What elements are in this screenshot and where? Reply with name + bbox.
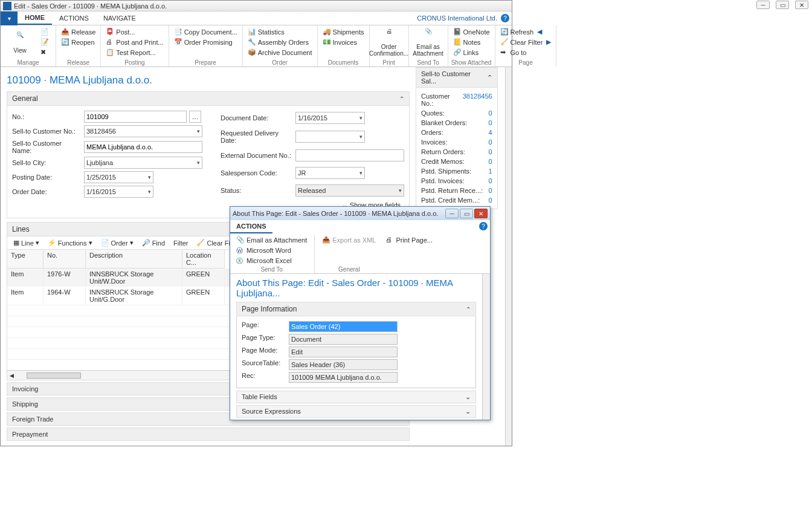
no-field[interactable] [84, 111, 187, 123]
no-lookup-button[interactable]: … [189, 111, 201, 123]
external-document-no-field[interactable] [295, 149, 404, 161]
delete-button[interactable]: ✖ [38, 47, 53, 57]
notes-icon: 📒 [453, 38, 462, 47]
links-button[interactable]: 🔗Links [451, 47, 492, 57]
refresh-icon: 🔄 [500, 28, 509, 36]
post-button[interactable]: 📮Post... [103, 27, 166, 37]
col-location[interactable]: Location C... [182, 250, 225, 269]
factbox-value[interactable]: 0 [489, 119, 492, 126]
reopen-button[interactable]: 🔄Reopen [59, 37, 98, 47]
dlg-source-expressions-tab[interactable]: Source Expressions⌄ [236, 405, 476, 418]
release-icon: 📤 [61, 28, 69, 36]
company-link[interactable]: CRONUS International Ltd. [417, 15, 497, 22]
factbox-value[interactable]: 1 [489, 168, 492, 175]
requested-delivery-date-field[interactable]: ▾ [295, 131, 365, 143]
fasttab-prepayment[interactable]: Prepayment [7, 428, 410, 441]
dlg-word-button[interactable]: ⓌMicrosoft Word [234, 245, 309, 255]
dialog-tab-actions[interactable]: ACTIONS [230, 220, 272, 233]
status-field[interactable]: Released▾ [295, 184, 404, 197]
prev-icon[interactable]: ◀ [537, 28, 542, 36]
clear-filter-button[interactable]: 🧹Clear Filter ▶ [498, 37, 554, 47]
factbox-value[interactable]: 0 [489, 177, 492, 184]
factbox-value[interactable]: 0 [489, 187, 492, 194]
factbox-value[interactable]: 0 [489, 109, 492, 117]
dlg-rec-field[interactable]: 101009 MEMA Ljubljana d.o.o. [289, 372, 398, 383]
lines-find-button[interactable]: 🔎Find [140, 239, 167, 247]
dlg-email-button[interactable]: 📎Email as Attachment [234, 235, 309, 245]
factbox-value[interactable]: 0 [489, 138, 492, 146]
order-promising-button[interactable]: 📅Order Promising [172, 37, 240, 47]
statistics-button[interactable]: 📊Statistics [245, 27, 315, 37]
edit-button[interactable]: 📝 [38, 37, 53, 47]
dialog-maximize-button[interactable]: ▭ [460, 209, 473, 218]
document-date-field[interactable]: 1/16/2015▾ [295, 112, 365, 124]
sellto-city-field[interactable]: Ljubljana▾ [84, 157, 202, 169]
salesperson-code-field[interactable]: JR▾ [295, 167, 365, 179]
onenote-button[interactable]: 📓OneNote [451, 27, 492, 37]
lines-order-menu[interactable]: 📄Order ▾ [98, 239, 136, 247]
goto-icon: ➡ [500, 48, 509, 57]
release-button[interactable]: 📤Release [59, 27, 98, 37]
onenote-icon: 📓 [453, 28, 462, 36]
dlg-source-table-field[interactable]: Sales Header (36) [289, 359, 398, 370]
assembly-orders-button[interactable]: 🔧Assembly Orders [245, 37, 315, 47]
view-button[interactable]: 🔍 View [3, 27, 37, 58]
vertical-scrollbar[interactable] [505, 67, 512, 446]
factbox-value[interactable]: 0 [489, 148, 492, 155]
close-button[interactable]: ✕ [795, 1, 808, 9]
col-type[interactable]: Type [7, 250, 44, 269]
archive-document-button[interactable]: 📦Archive Document [245, 47, 315, 57]
lines-functions-menu[interactable]: ⚡Functions ▾ [45, 239, 95, 247]
factbox-value[interactable]: 38128456 [463, 93, 492, 107]
dlg-page-mode-field[interactable]: Edit [289, 347, 398, 357]
shipments-button[interactable]: 🚚Shipments [320, 27, 367, 37]
order-date-field[interactable]: 1/16/2015▾ [84, 186, 153, 198]
maximize-button[interactable]: ▭ [776, 1, 789, 9]
lines-line-menu[interactable]: ▦Line ▾ [11, 239, 42, 247]
help-icon[interactable]: ? [501, 14, 509, 22]
next-icon[interactable]: ▶ [546, 38, 551, 46]
copy-doc-button[interactable]: 📑Copy Document... [172, 27, 240, 37]
dlg-excel-button[interactable]: ⓍMicrosoft Excel [234, 255, 309, 265]
file-menu[interactable]: ▾ [1, 11, 18, 25]
dialog-scrollbar[interactable] [482, 274, 490, 420]
dialog-close-button[interactable]: ✕ [474, 209, 488, 218]
factbox-value[interactable]: 0 [489, 158, 492, 165]
factbox-row: Pstd. Credit Mem...:0 [421, 195, 492, 205]
links-icon: 🔗 [453, 48, 462, 57]
test-report-button[interactable]: 📋Test Report... [103, 47, 166, 57]
posting-date-field[interactable]: 1/25/2015▾ [84, 171, 153, 183]
page-information-header[interactable]: Page Information ⌃ [236, 302, 476, 316]
sellto-customer-no-field[interactable]: 38128456▾ [84, 125, 202, 137]
dialog-minimize-button[interactable]: ─ [445, 209, 459, 218]
goto-button[interactable]: ➡Go to [498, 47, 554, 57]
post-print-button[interactable]: 🖨Post and Print... [103, 37, 166, 47]
new-button[interactable]: 📄 [38, 27, 53, 37]
tab-actions[interactable]: ACTIONS [52, 12, 96, 24]
order-confirmation-button[interactable]: 🖨 Order Confirmation... [372, 27, 406, 58]
invoices-button[interactable]: 💵Invoices [320, 37, 367, 47]
factbox-value[interactable]: 0 [489, 197, 492, 204]
tab-home[interactable]: HOME [18, 11, 52, 25]
dlg-print-page-button[interactable]: 🖨Print Page... [383, 235, 435, 245]
factbox-value[interactable]: 4 [489, 129, 492, 136]
sellto-customer-name-field[interactable] [84, 141, 202, 153]
email-attachment-button[interactable]: 📎 Email as Attachment [411, 27, 445, 58]
factbox-row: Orders:4 [421, 128, 492, 137]
col-no[interactable]: No. [44, 250, 86, 269]
dlg-page-type-field[interactable]: Document [289, 334, 398, 345]
factbox-header[interactable]: Sell-to Customer Sal... ⌃ [416, 67, 498, 88]
dlg-table-fields-tab[interactable]: Table Fields⌄ [236, 391, 476, 403]
dlg-page-field[interactable]: Sales Order (42) [289, 321, 398, 332]
tab-navigate[interactable]: NAVIGATE [96, 12, 143, 24]
minimize-button[interactable]: ─ [756, 1, 770, 9]
factbox-row: Pstd. Shipments:1 [421, 166, 492, 176]
attachment-icon: 📎 [236, 236, 245, 244]
notes-button[interactable]: 📒Notes [451, 37, 492, 47]
general-header[interactable]: General ⌃ [7, 91, 410, 106]
dialog-help-icon[interactable]: ? [479, 222, 488, 230]
col-description[interactable]: Description [86, 250, 182, 269]
lines-filter-button[interactable]: Filter [171, 239, 190, 247]
refresh-button[interactable]: 🔄Refresh ◀ [498, 27, 554, 37]
new-icon: 📄 [40, 28, 49, 36]
